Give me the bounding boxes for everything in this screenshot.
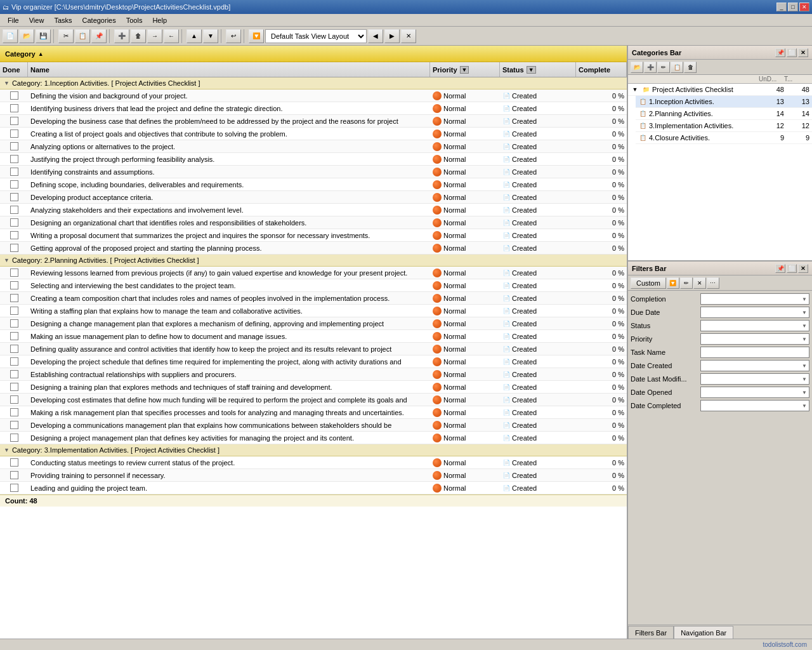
task-checkbox[interactable] xyxy=(10,142,18,150)
task-checkbox[interactable] xyxy=(10,129,18,138)
layout-prev[interactable]: ◀ xyxy=(368,29,383,43)
task-checkbox[interactable] xyxy=(10,168,18,176)
cat-bar-float-btn[interactable]: ⬜ xyxy=(787,48,797,57)
cat-2-undone: 14 xyxy=(759,110,784,117)
cat-tree-item-2[interactable]: 📋 2.Planning Activities. 14 14 xyxy=(636,108,812,120)
task-checkbox[interactable] xyxy=(10,231,18,239)
filter-duedate-dropdown[interactable]: ▼ xyxy=(700,307,809,318)
task-checkbox[interactable] xyxy=(10,91,18,100)
task-checkbox[interactable] xyxy=(10,307,18,315)
new-button[interactable]: 📄 xyxy=(3,29,18,43)
task-checkbox[interactable] xyxy=(10,357,18,366)
filter-dateopened-dropdown[interactable]: ▼ xyxy=(700,387,809,398)
filter-datecompleted-dropdown[interactable]: ▼ xyxy=(700,400,809,411)
delete-button[interactable]: 🗑 xyxy=(131,29,146,43)
cat-tree-item-1[interactable]: 📋 1.Inception Activities. 13 13 xyxy=(636,96,812,108)
cat-tree-item-4[interactable]: 📋 4.Closure Activities. 9 9 xyxy=(636,132,812,144)
task-checkbox[interactable] xyxy=(10,345,18,353)
filter-status-dropdown[interactable]: ▼ xyxy=(700,320,809,331)
tab-filters-bar[interactable]: Filters Bar xyxy=(628,626,674,639)
category-row-2[interactable]: ▼ Category: 2.Planning Activities. [ Pro… xyxy=(0,255,627,267)
cat-bar-pin-btn[interactable]: 📌 xyxy=(775,48,785,57)
cut-button[interactable]: ✂ xyxy=(58,29,74,43)
filter-bar-close-btn[interactable]: ✕ xyxy=(798,264,808,273)
paste-button[interactable]: 📌 xyxy=(91,29,107,43)
down-button[interactable]: ▼ xyxy=(203,29,218,43)
filter-bar-pin-btn[interactable]: 📌 xyxy=(775,264,785,273)
copy-button[interactable]: 📋 xyxy=(75,29,90,43)
cat-tree-item-3[interactable]: 📋 3.Implementation Activities. 12 12 xyxy=(636,120,812,132)
task-checkbox[interactable] xyxy=(10,408,18,416)
cat-edit-btn[interactable]: ✏ xyxy=(657,62,670,73)
task-checkbox[interactable] xyxy=(10,458,18,467)
task-checkbox[interactable] xyxy=(10,269,18,277)
task-checkbox[interactable] xyxy=(10,395,18,404)
filter-datecreated-dropdown[interactable]: ▼ xyxy=(700,360,809,371)
cat-add-btn[interactable]: ➕ xyxy=(644,62,657,73)
open-button[interactable]: 📂 xyxy=(19,29,34,43)
indent-button[interactable]: → xyxy=(147,29,162,43)
task-checkbox[interactable] xyxy=(10,370,18,378)
task-checkbox[interactable] xyxy=(10,117,18,125)
tab-navigation-bar[interactable]: Navigation Bar xyxy=(674,626,733,639)
task-checkbox[interactable] xyxy=(10,434,18,442)
filter-clear-btn[interactable]: ✕ xyxy=(693,277,706,289)
task-checkbox[interactable] xyxy=(10,484,18,492)
filter-apply-btn[interactable]: 🔽 xyxy=(667,277,679,289)
priority-filter-btn[interactable]: ▼ xyxy=(460,66,469,74)
category-row-1[interactable]: ▼ Category: 1.Inception Activities. [ Pr… xyxy=(0,77,627,90)
task-checkbox[interactable] xyxy=(10,332,18,340)
filter-completion-dropdown[interactable]: ▼ xyxy=(700,293,809,305)
up-button[interactable]: ▲ xyxy=(187,29,202,43)
categories-tree[interactable]: ▼ 📁 Project Activities Checklist 48 48 📋… xyxy=(628,84,812,260)
cat-delete-btn[interactable]: 🗑 xyxy=(684,62,697,73)
task-checkbox[interactable] xyxy=(10,193,18,201)
filter-button[interactable]: 🔽 xyxy=(249,29,264,43)
layout-delete[interactable]: ✕ xyxy=(401,29,416,43)
task-checkbox[interactable] xyxy=(10,294,18,302)
save-button[interactable]: 💾 xyxy=(36,29,51,43)
task-checkbox[interactable] xyxy=(10,155,18,163)
task-checkbox[interactable] xyxy=(10,104,18,112)
task-checkbox[interactable] xyxy=(10,206,18,214)
filter-bar-float-btn[interactable]: ⬜ xyxy=(787,264,797,273)
toolbar-sep-2 xyxy=(109,29,112,43)
cat-new-btn[interactable]: 📂 xyxy=(631,62,643,73)
filter-taskname-input[interactable] xyxy=(700,347,809,358)
outdent-button[interactable]: ← xyxy=(164,29,179,43)
add-task-button[interactable]: ➕ xyxy=(114,29,129,43)
task-checkbox[interactable] xyxy=(10,244,18,252)
menu-view[interactable]: View xyxy=(24,15,49,25)
menu-categories[interactable]: Categories xyxy=(77,15,121,25)
minimize-button[interactable]: _ xyxy=(776,3,787,11)
menu-tasks[interactable]: Tasks xyxy=(49,15,77,25)
cat-copy-btn[interactable]: 📋 xyxy=(671,62,683,73)
status-filter-btn[interactable]: ▼ xyxy=(527,66,536,74)
menu-help[interactable]: Help xyxy=(147,15,172,25)
task-checkbox[interactable] xyxy=(10,471,18,479)
menu-file[interactable]: File xyxy=(3,15,24,25)
task-checkbox[interactable] xyxy=(10,383,18,391)
task-checkbox[interactable] xyxy=(10,319,18,328)
task-checkbox[interactable] xyxy=(10,218,18,227)
task-complete: 0 % xyxy=(576,192,627,202)
menu-tools[interactable]: Tools xyxy=(121,15,148,25)
task-checkbox[interactable] xyxy=(10,281,18,289)
task-checkbox[interactable] xyxy=(10,180,18,189)
close-button[interactable]: ✕ xyxy=(799,3,809,11)
filter-custom-btn[interactable]: Custom xyxy=(631,277,666,289)
category-sort-header[interactable]: Category ▲ xyxy=(0,46,627,62)
task-list-scroll[interactable]: ▼ Category: 1.Inception Activities. [ Pr… xyxy=(0,77,627,639)
layout-next[interactable]: ▶ xyxy=(384,29,400,43)
filter-more-btn[interactable]: ⋯ xyxy=(707,277,719,289)
cat-tree-item-root[interactable]: ▼ 📁 Project Activities Checklist 48 48 xyxy=(628,84,812,96)
maximize-button[interactable]: □ xyxy=(788,3,798,11)
category-row-3[interactable]: ▼ Category: 3.Implementation Activities.… xyxy=(0,444,627,456)
filter-priority-dropdown[interactable]: ▼ xyxy=(700,333,809,345)
undo-button[interactable]: ↩ xyxy=(226,29,241,43)
filter-datelastmod-dropdown[interactable]: ▼ xyxy=(700,373,809,385)
layout-dropdown[interactable]: Default Task View Layout xyxy=(265,29,367,43)
cat-bar-close-btn[interactable]: ✕ xyxy=(798,48,808,57)
filter-edit-btn[interactable]: ✏ xyxy=(680,277,693,289)
task-checkbox[interactable] xyxy=(10,421,18,429)
